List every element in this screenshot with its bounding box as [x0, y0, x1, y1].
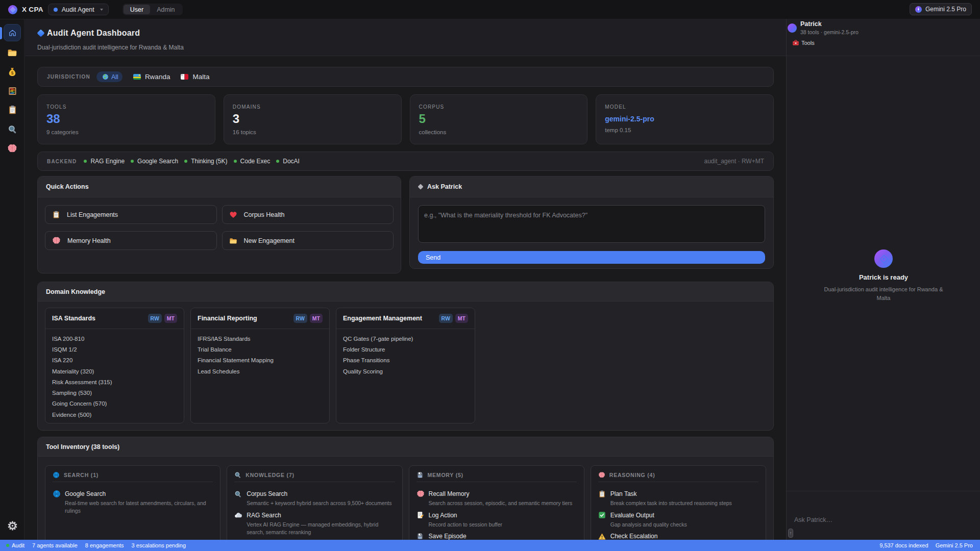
svg-text:$: $	[11, 70, 14, 76]
